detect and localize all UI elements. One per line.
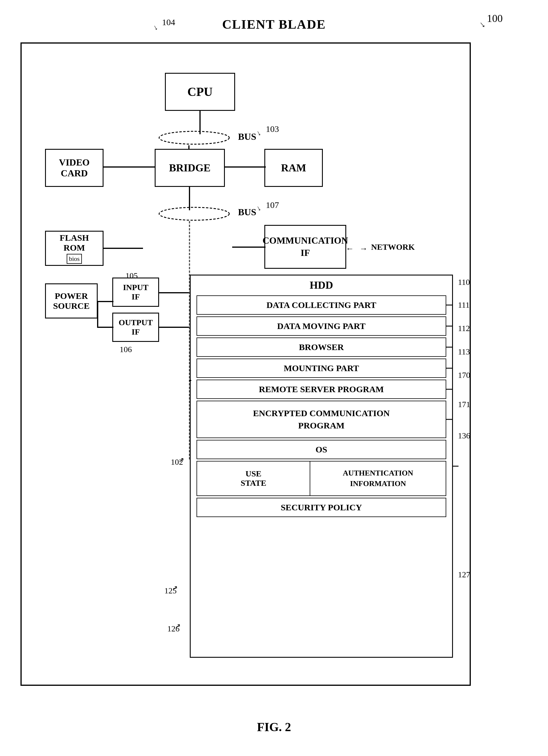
page: 100 ↑ CLIENT BLADE 104 ↑ CPU BUS 103 ↑ B…: [0, 0, 548, 756]
line-v-to-hdd-top: [189, 380, 191, 381]
svg-point-0: [159, 131, 229, 144]
line-bridge-ram: [225, 166, 266, 168]
flashrom-label: FLASH ROM: [60, 233, 89, 253]
bridge-label: BRIDGE: [169, 162, 211, 174]
label-170: 170: [458, 371, 470, 380]
security-label: SECURITY POLICY: [281, 502, 362, 512]
os-label: OS: [316, 445, 327, 454]
label-105: 105: [125, 271, 138, 280]
bus2-ellipse: [156, 206, 232, 222]
arrow-125: ↗: [172, 584, 178, 592]
outputif-box: OUTPUT IF: [112, 313, 159, 342]
label-107: 107: [266, 200, 279, 210]
browser-label: BROWSER: [299, 342, 344, 352]
line-vc-bridge: [104, 166, 156, 168]
svg-point-1: [159, 207, 229, 220]
outputif-label: OUTPUT IF: [119, 318, 153, 337]
data-collecting-label: DATA COLLECTING PART: [266, 300, 376, 310]
arrow-network-out: →: [359, 244, 368, 253]
bus2-label: BUS: [238, 207, 256, 218]
data-collecting-box: DATA COLLECTING PART: [197, 295, 446, 315]
label-112: 112: [458, 324, 470, 333]
label-110: 110: [458, 278, 470, 287]
tick-171: [446, 389, 452, 390]
bridge-box: BRIDGE: [155, 149, 225, 187]
mounting-box: MOUNTING PART: [197, 359, 446, 378]
usestate-label: USE STATE: [241, 469, 266, 488]
inputif-label: INPUT IF: [123, 283, 148, 302]
security-box: SECURITY POLICY: [197, 498, 446, 517]
powersource-label: POWER SOURCE: [53, 291, 89, 311]
main-diagram-box: 104 ↑ CPU BUS 103 ↑ BRIDGE RAM: [20, 42, 471, 686]
label-106: 106: [120, 345, 132, 354]
diagram-number-arrow: ↑: [478, 20, 488, 31]
tick-113: [446, 347, 452, 348]
videocard-label: VIDEO CARD: [59, 157, 90, 179]
data-moving-box: DATA MOVING PART: [197, 316, 446, 336]
hdd-outer-box: HDD DATA COLLECTING PART DATA MOVING PAR…: [190, 275, 453, 658]
auth-label: AUTHENTICATION INFORMATION: [343, 468, 413, 489]
line-flashrom-main: [104, 248, 143, 249]
label-103: 103: [266, 124, 279, 134]
data-moving-label: DATA MOVING PART: [277, 321, 366, 331]
bus1-ellipse-container: [156, 130, 232, 146]
label-136: 136: [458, 431, 470, 440]
tick-111: [446, 305, 452, 306]
encrypted-comm-box: ENCRYPTED COMMUNICATION PROGRAM: [197, 401, 446, 438]
label-171: 171: [458, 400, 470, 409]
arrow-103: ↑: [255, 129, 263, 138]
remote-server-box: REMOTE SERVER PROGRAM: [197, 380, 446, 399]
commif-box: COMMUNICATION IF: [264, 225, 346, 269]
usestate-box: USE STATE: [197, 461, 310, 495]
cpu-label: CPU: [187, 85, 213, 99]
inputif-box: INPUT IF: [112, 278, 159, 307]
bios-badge: bios: [67, 254, 82, 264]
videocard-box: VIDEO CARD: [45, 149, 104, 187]
remote-server-label: REMOTE SERVER PROGRAM: [259, 384, 384, 394]
tick-170: [446, 368, 452, 369]
tick-127: [452, 466, 459, 467]
cpu-box: CPU: [165, 73, 235, 111]
diagram-number: 100: [487, 12, 503, 25]
line-ps-outputif: [97, 327, 113, 328]
bus1-label: BUS: [238, 131, 256, 142]
browser-box: BROWSER: [197, 337, 446, 357]
tick-112: [446, 326, 452, 327]
flashrom-box: FLASH ROM bios: [45, 231, 104, 266]
usestate-auth-row: USE STATE AUTHENTICATION INFORMATION: [197, 461, 446, 496]
tick-136: [446, 419, 452, 420]
figure-label: FIG. 2: [257, 720, 291, 734]
line-bus2-commif: [232, 247, 266, 248]
hdd-title: HDD: [191, 275, 452, 294]
ram-label: RAM: [281, 162, 306, 174]
bus1-ellipse: [156, 130, 232, 146]
mounting-label: MOUNTING PART: [284, 363, 359, 373]
label-113: 113: [458, 347, 470, 357]
encrypted-comm-label: ENCRYPTED COMMUNICATION PROGRAM: [253, 408, 390, 430]
label-111: 111: [458, 300, 470, 310]
line-ps-vert: [97, 301, 98, 328]
arrow-107: ↑: [255, 204, 263, 213]
line-outputif-main: [159, 327, 191, 328]
commif-label: COMMUNICATION IF: [263, 235, 348, 259]
ram-box: RAM: [264, 149, 323, 187]
arrow-104: ↑: [152, 23, 159, 33]
label-127: 127: [458, 570, 470, 579]
page-title: CLIENT BLADE: [222, 17, 326, 32]
auth-box: AUTHENTICATION INFORMATION: [310, 461, 446, 495]
label-104: 104: [162, 17, 175, 27]
arrow-102: ↗: [178, 456, 184, 464]
line-ps-inputif: [97, 301, 113, 302]
arrow-126: ↗: [175, 622, 181, 630]
arrow-network-in: ←: [346, 244, 354, 253]
os-box: OS: [197, 440, 446, 459]
powersource-box: POWER SOURCE: [45, 283, 98, 318]
bus2-ellipse-container: [156, 206, 232, 222]
network-label: NETWORK: [371, 242, 415, 252]
line-inputif-main: [159, 292, 191, 293]
